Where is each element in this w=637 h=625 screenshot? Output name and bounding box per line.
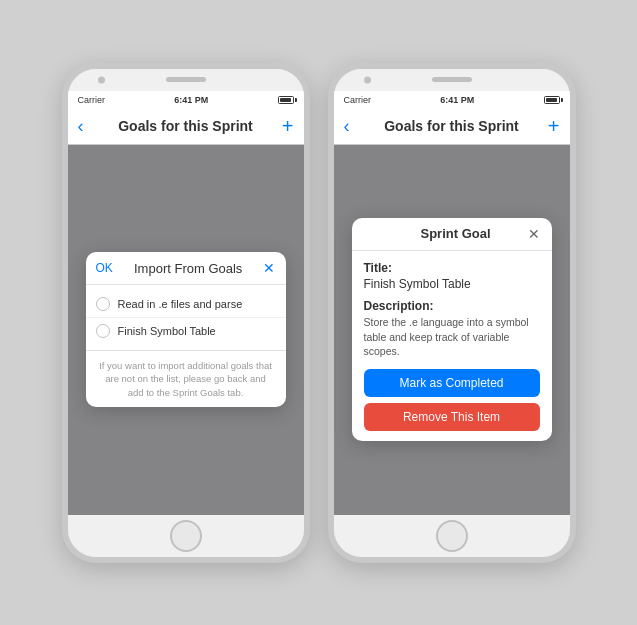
import-footer: If you want to import additional goals t…: [86, 350, 286, 407]
phone-left: Carrier 6:41 PM ‹ Goals for this Sprint …: [62, 63, 310, 563]
sprint-goal-header: Sprint Goal ✕: [352, 218, 552, 251]
phone-screen-right: Carrier 6:41 PM ‹ Goals for this Sprint …: [334, 91, 570, 515]
time-right: 6:41 PM: [440, 95, 474, 105]
status-bar-right: Carrier 6:41 PM: [334, 91, 570, 109]
import-close-button[interactable]: ✕: [263, 260, 275, 276]
import-item-0[interactable]: Read in .e files and parse: [86, 291, 286, 318]
camera-right: [364, 76, 371, 83]
import-modal-title: Import From Goals: [134, 261, 242, 276]
back-button-left[interactable]: ‹: [78, 116, 98, 137]
sprint-title-label: Title:: [364, 261, 540, 275]
speaker-right: [432, 77, 472, 82]
phone-screen-left: Carrier 6:41 PM ‹ Goals for this Sprint …: [68, 91, 304, 515]
home-button-right[interactable]: [436, 520, 468, 552]
time-left: 6:41 PM: [174, 95, 208, 105]
remove-item-button[interactable]: Remove This Item: [364, 403, 540, 431]
import-modal-header: OK Import From Goals ✕: [86, 252, 286, 285]
import-item-1[interactable]: Finish Symbol Table: [86, 318, 286, 344]
import-item-label-0: Read in .e files and parse: [118, 298, 243, 310]
sprint-goal-body: Title: Finish Symbol Table Description: …: [352, 251, 552, 441]
add-button-right[interactable]: +: [540, 115, 560, 138]
import-modal: OK Import From Goals ✕ Read in .e files …: [86, 252, 286, 407]
radio-circle-1[interactable]: [96, 324, 110, 338]
phone-top-bar-right: [334, 69, 570, 91]
battery-icon-right: [544, 96, 560, 104]
carrier-right: Carrier: [344, 95, 372, 105]
status-icons-right: [544, 96, 560, 104]
sprint-close-button[interactable]: ✕: [528, 226, 540, 242]
mark-completed-button[interactable]: Mark as Completed: [364, 369, 540, 397]
camera-left: [98, 76, 105, 83]
screen-body-right: Sprint Goal ✕ Title: Finish Symbol Table…: [334, 145, 570, 515]
sprint-title-value: Finish Symbol Table: [364, 277, 540, 291]
sprint-goal-title: Sprint Goal: [384, 226, 528, 241]
sprint-goal-modal: Sprint Goal ✕ Title: Finish Symbol Table…: [352, 218, 552, 441]
nav-bar-left: ‹ Goals for this Sprint +: [68, 109, 304, 145]
import-ok-button[interactable]: OK: [96, 261, 113, 275]
phone-right: Carrier 6:41 PM ‹ Goals for this Sprint …: [328, 63, 576, 563]
import-list: Read in .e files and parse Finish Symbol…: [86, 285, 286, 350]
overlay-left: OK Import From Goals ✕ Read in .e files …: [68, 145, 304, 515]
carrier-left: Carrier: [78, 95, 106, 105]
import-item-label-1: Finish Symbol Table: [118, 325, 216, 337]
phones-container: Carrier 6:41 PM ‹ Goals for this Sprint …: [62, 63, 576, 563]
nav-title-left: Goals for this Sprint: [98, 118, 274, 134]
home-button-left[interactable]: [170, 520, 202, 552]
screen-body-left: OK Import From Goals ✕ Read in .e files …: [68, 145, 304, 515]
speaker-left: [166, 77, 206, 82]
status-icons-left: [278, 96, 294, 104]
phone-bottom-bar-left: [68, 515, 304, 557]
add-button-left[interactable]: +: [274, 115, 294, 138]
nav-title-right: Goals for this Sprint: [364, 118, 540, 134]
radio-circle-0[interactable]: [96, 297, 110, 311]
battery-icon-left: [278, 96, 294, 104]
phone-top-bar-left: [68, 69, 304, 91]
nav-bar-right: ‹ Goals for this Sprint +: [334, 109, 570, 145]
sprint-desc-value: Store the .e language into a symbol tabl…: [364, 315, 540, 359]
back-button-right[interactable]: ‹: [344, 116, 364, 137]
sprint-desc-label: Description:: [364, 299, 540, 313]
phone-bottom-bar-right: [334, 515, 570, 557]
status-bar-left: Carrier 6:41 PM: [68, 91, 304, 109]
overlay-right: Sprint Goal ✕ Title: Finish Symbol Table…: [334, 145, 570, 515]
